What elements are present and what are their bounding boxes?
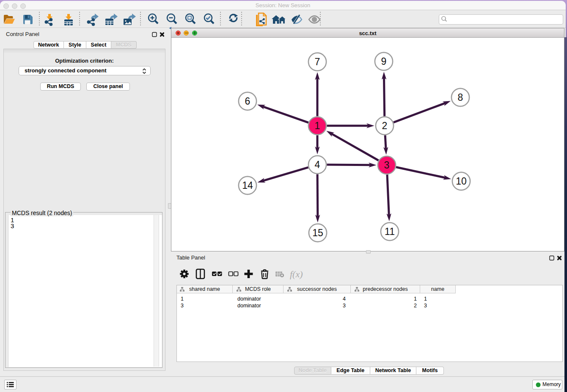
svg-text:2: 2: [382, 120, 388, 131]
svg-text:3: 3: [384, 160, 390, 171]
svg-text:11: 11: [385, 226, 395, 237]
svg-text:8: 8: [458, 92, 463, 103]
svg-text:1: 1: [315, 120, 320, 131]
svg-text:9: 9: [381, 56, 387, 67]
svg-text:15: 15: [312, 227, 323, 238]
svg-text:10: 10: [456, 176, 467, 187]
svg-text:f(x): f(x): [290, 269, 303, 279]
svg-text:6: 6: [245, 96, 250, 107]
svg-text:4: 4: [315, 159, 320, 170]
svg-text:14: 14: [242, 180, 253, 191]
svg-text:7: 7: [315, 56, 320, 67]
